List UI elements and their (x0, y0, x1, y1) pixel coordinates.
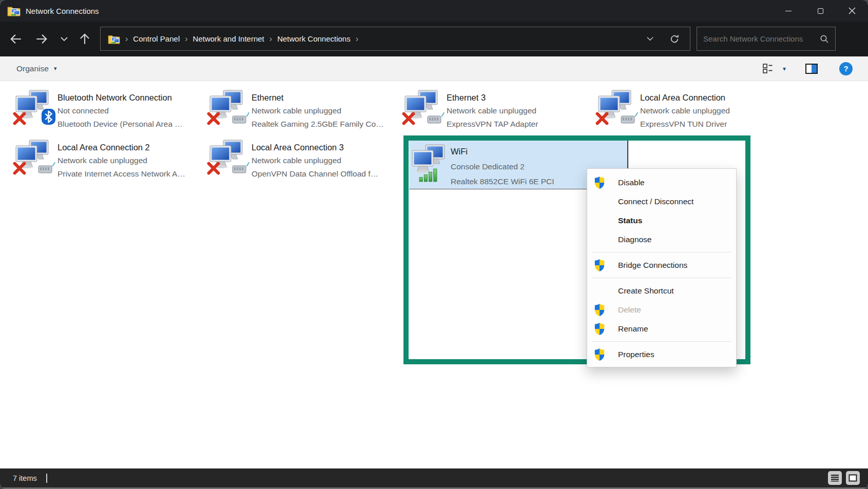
context-menu-item-create-shortcut[interactable]: Create Shortcut (587, 281, 736, 300)
window-title: Network Connections (26, 7, 99, 15)
up-arrow-icon (78, 32, 91, 46)
context-menu-item-properties[interactable]: Properties (587, 345, 736, 364)
disconnected-x-icon (595, 111, 609, 126)
network-adapter-icon (209, 90, 243, 124)
help-button[interactable]: ? (839, 62, 853, 75)
breadcrumb-chevron: › (269, 34, 272, 44)
command-toolbar: Organise ▾ ▾ ? (0, 56, 868, 81)
chevron-down-icon (60, 35, 68, 43)
view-options-button[interactable] (763, 64, 775, 73)
close-button[interactable] (836, 0, 868, 22)
connection-device: Realtek Gaming 2.5GbE Family Co… (252, 118, 384, 131)
uac-shield-icon (593, 259, 606, 272)
breadcrumb-network-and-internet[interactable]: Network and Internet (193, 34, 264, 43)
connection-name: Local Area Connection (640, 91, 730, 104)
connection-status: Network cable unplugged (252, 154, 378, 167)
connection-status: Console Dedicated 2 (451, 159, 554, 174)
status-bar: 7 items (0, 468, 868, 489)
menu-item-label: Properties (618, 350, 654, 359)
menu-item-label: Disable (618, 178, 645, 187)
preview-pane-icon (805, 64, 818, 74)
breadcrumb-chevron: › (125, 34, 128, 44)
view-grid-icon (763, 64, 775, 73)
search-input[interactable] (703, 34, 820, 43)
context-menu: Disable Connect / Disconnect Status Diag… (587, 168, 737, 367)
connection-item-bluetooth-network-connection[interactable]: Bluetooth Network Connection Not connect… (15, 90, 183, 131)
connection-status: Network cable unplugged (640, 104, 730, 118)
connection-name: Local Area Connection 2 (57, 141, 185, 154)
context-menu-item-delete: Delete (587, 300, 736, 319)
breadcrumb-chevron: › (356, 34, 358, 44)
ethernet-plug-icon (231, 111, 249, 125)
search-box[interactable] (697, 27, 836, 51)
context-menu-item-diagnose[interactable]: Diagnose (587, 230, 736, 249)
context-menu-item-connect-disconnect[interactable]: Connect / Disconnect (587, 192, 736, 211)
ethernet-plug-icon (426, 111, 445, 125)
connections-list-area: Bluetooth Network Connection Not connect… (0, 81, 868, 468)
breadcrumb-chevron: › (185, 34, 187, 44)
connection-device: OpenVPN Data Channel Offload f… (252, 167, 378, 181)
close-icon (848, 7, 856, 14)
recent-locations-button[interactable] (56, 31, 72, 47)
maximize-button[interactable] (804, 0, 836, 22)
disconnected-x-icon (206, 161, 221, 175)
chevron-down-icon (646, 35, 654, 43)
connection-item-ethernet-3[interactable]: Ethernet 3 Network cable unplugged Expre… (404, 90, 538, 131)
back-button[interactable] (8, 31, 24, 47)
disconnected-x-icon (206, 111, 221, 126)
menu-item-label: Connect / Disconnect (618, 197, 693, 206)
ethernet-plug-icon (620, 111, 638, 125)
refresh-button[interactable] (669, 34, 680, 44)
disconnected-x-icon (12, 161, 27, 175)
preview-pane-button[interactable] (805, 64, 818, 74)
view-options-dropdown[interactable]: ▾ (783, 65, 786, 72)
bluetooth-icon (42, 109, 55, 125)
connection-item-local-area-connection-3[interactable]: Local Area Connection 3 Network cable un… (209, 140, 378, 181)
menu-item-label: Status (618, 216, 642, 225)
organise-menu-button[interactable]: Organise ▾ (16, 64, 56, 73)
search-icon (820, 34, 829, 44)
minimize-icon (785, 11, 792, 11)
context-menu-item-disable[interactable]: Disable (587, 173, 736, 192)
connection-name: Local Area Connection 3 (252, 141, 378, 154)
menu-item-label: Delete (618, 305, 641, 315)
details-view-button[interactable] (828, 471, 842, 485)
connection-device: Private Internet Access Network A… (57, 167, 185, 181)
navigation-bar: › Control Panel › Network and Internet ›… (0, 22, 868, 56)
address-dropdown-button[interactable] (646, 35, 654, 43)
up-button[interactable] (77, 31, 92, 47)
connection-item-local-area-connection[interactable]: Local Area Connection Network cable unpl… (598, 90, 730, 131)
connection-item-local-area-connection-2[interactable]: Local Area Connection 2 Network cable un… (15, 140, 185, 181)
connection-device: ExpressVPN TAP Adapter (447, 118, 538, 131)
uac-shield-icon (593, 303, 606, 317)
menu-separator (592, 252, 731, 252)
context-menu-item-bridge-connections[interactable]: Bridge Connections (587, 256, 736, 275)
wifi-signal-bars-icon (419, 168, 438, 182)
large-icons-view-button[interactable] (846, 471, 860, 485)
context-menu-item-rename[interactable]: Rename (587, 319, 736, 338)
breadcrumb-control-panel[interactable]: Control Panel (133, 34, 180, 43)
connection-name: Bluetooth Network Connection (57, 91, 183, 104)
large-icons-view-icon (848, 474, 857, 482)
network-adapter-icon (404, 90, 438, 124)
forward-arrow-icon (35, 32, 48, 46)
network-adapter-icon (598, 90, 632, 124)
context-menu-item-status[interactable]: Status (587, 211, 736, 230)
disconnected-x-icon (401, 111, 416, 126)
menu-separator (592, 341, 731, 342)
menu-item-label: Create Shortcut (618, 286, 674, 296)
connection-item-ethernet[interactable]: Ethernet Network cable unplugged Realtek… (209, 90, 384, 131)
breadcrumb-network-connections[interactable]: Network Connections (277, 34, 351, 43)
connection-name: WiFi (451, 144, 554, 159)
minimize-button[interactable] (773, 0, 804, 22)
connection-device: Realtek 8852CE WiFi 6E PCI (451, 174, 554, 189)
connection-name: Ethernet (252, 91, 384, 104)
address-bar[interactable]: › Control Panel › Network and Internet ›… (100, 27, 690, 51)
menu-item-label: Rename (618, 324, 648, 334)
connection-device: Bluetooth Device (Personal Area … (57, 118, 183, 131)
wifi-adapter-icon (412, 144, 446, 178)
status-divider (46, 474, 47, 483)
forward-button[interactable] (34, 31, 49, 47)
network-adapter-icon (15, 140, 49, 173)
ethernet-plug-icon (231, 161, 249, 174)
